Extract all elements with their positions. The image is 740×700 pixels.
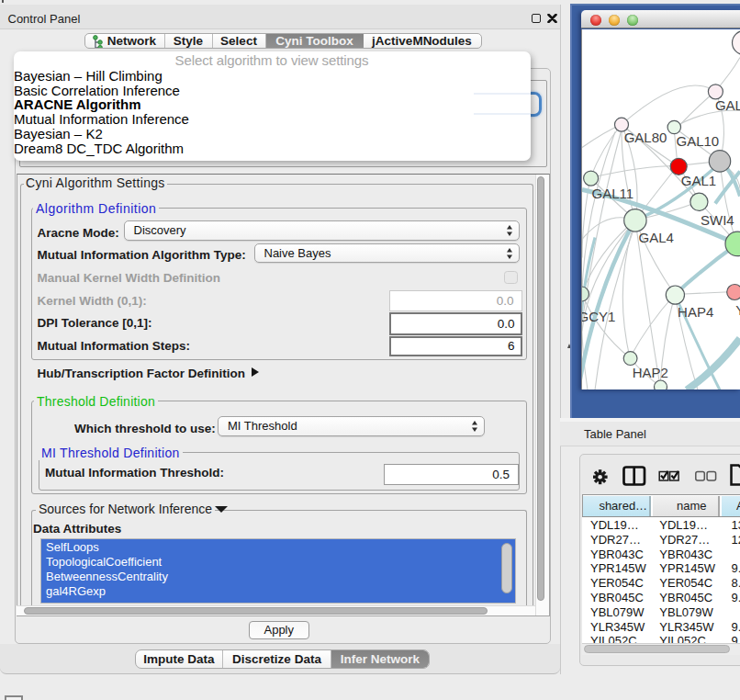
svg-text:HAP4: HAP4 (678, 303, 713, 319)
svg-text:GAL11: GAL11 (592, 185, 634, 200)
svg-text:GCY1: GCY1 (582, 309, 615, 324)
svg-text:SWI4: SWI4 (701, 211, 734, 227)
svg-text:GAL4: GAL4 (639, 229, 674, 244)
svg-text:GAL7: GAL7 (715, 96, 740, 112)
svg-text:HAP2: HAP2 (633, 365, 668, 380)
svg-text:GAL1: GAL1 (681, 172, 716, 187)
svg-text:GAL10: GAL10 (677, 133, 720, 149)
svg-text:GAL80: GAL80 (624, 130, 667, 145)
svg-text:Y: Y (735, 302, 740, 318)
